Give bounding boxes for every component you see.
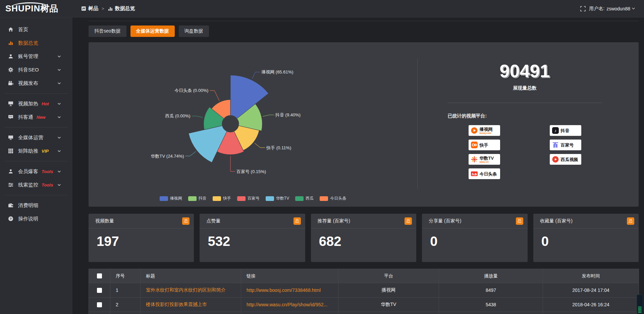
breadcrumb-item-树品[interactable]: 树品 [81, 5, 98, 12]
legend-item-华数TV[interactable]: 华数TV [266, 196, 289, 201]
chevron-down-icon [56, 115, 62, 119]
sidebar-item-badge: Hot [42, 101, 49, 106]
total-impressions-value: 90491 [448, 60, 602, 81]
kuaishou-logo-icon [471, 141, 478, 149]
sidebar-item-操作说明[interactable]: ?操作说明 [0, 212, 72, 225]
legend-label: 华数TV [276, 196, 289, 201]
pie-label-line [263, 115, 274, 117]
legend-item-抖音[interactable]: 抖音 [188, 196, 207, 201]
sidebar-item-抖音SEO[interactable]: 抖音SEO [0, 63, 72, 76]
svg-text:♪: ♪ [554, 128, 556, 133]
table-row: 1室外水纹灯和室内水纹灯的区别和简介http://www.boosj.com/7… [89, 283, 639, 298]
sidebar-item-label: 首页 [18, 27, 28, 33]
sidebar-item-label: 全媒体运营 [18, 135, 43, 141]
page-widget[interactable] [637, 295, 643, 314]
sidebar-item-消费明细[interactable]: 消费明细 [0, 199, 72, 212]
tab-抖音seo数据[interactable]: 抖音seo数据 [89, 25, 126, 37]
stat-card-视频数量: 视频数量总197 [89, 214, 194, 262]
stat-card-value: 0 [422, 228, 527, 249]
legend-swatch [320, 196, 328, 201]
sidebar-item-抖客通[interactable]: 抖客通New [0, 110, 72, 124]
main-content: 抖音seo数据全媒体运营数据询盘数据 播视网 (65.61%)抖音 (9.40%… [72, 17, 644, 314]
sidebar-item-label: 账号管理 [18, 53, 38, 60]
sidebar-item-label: 视频发布 [18, 80, 38, 87]
video-url-link[interactable]: http://www.boosj.com/7338468.html [247, 287, 321, 293]
sidebar-item-账号管理[interactable]: 账号管理 [0, 50, 72, 63]
sidebar-item-首页[interactable]: 首页 [0, 23, 72, 36]
select-all-checkbox[interactable] [97, 273, 102, 278]
stat-card-title: 推荐量 (百家号) [318, 218, 350, 224]
row-checkbox[interactable] [97, 302, 102, 307]
video-title-link[interactable]: 楼体投影灯投影效果震撼上市 [146, 302, 207, 307]
legend-item-百家号[interactable]: 百家号 [237, 196, 260, 201]
sidebar-item-视频加热[interactable]: 视频加热Hot [0, 97, 72, 110]
legend-label: 播视网 [170, 196, 182, 201]
username[interactable]: zswodun88 [606, 6, 630, 11]
cell-num: 2 [110, 298, 141, 312]
legend-label: 今日头条 [330, 196, 346, 201]
sidebar-item-label: 抖客通 [18, 114, 33, 120]
column-header-链接: 链接 [241, 269, 338, 283]
header-checkbox-cell [89, 269, 110, 283]
sidebar-item-数据总览[interactable]: 数据总览 [0, 36, 72, 50]
pie-label: 西瓜 (0.00%) [165, 113, 190, 118]
sidebar-item-label: 数据总览 [18, 40, 38, 46]
cell-time: 2017-08-24 17:04 [543, 283, 639, 298]
cell-empty [89, 312, 110, 314]
tab-询盘数据[interactable]: 询盘数据 [179, 25, 209, 37]
tab-全媒体运营数据[interactable]: 全媒体运营数据 [130, 25, 175, 37]
platform-text: 百家号 [561, 143, 574, 147]
chevron-down-icon [56, 55, 62, 58]
legend-item-快手[interactable]: 快手 [213, 196, 231, 201]
video-title-link[interactable]: 室外水纹灯和室内水纹灯的区别和简介 [146, 287, 226, 293]
legend-item-今日头条[interactable]: 今日头条 [320, 196, 346, 201]
cell-link: http://www.wasu.cn/Play/show/id/952... [241, 298, 338, 312]
platform-wasu: 华数TVwasu.cn [469, 154, 500, 165]
fullscreen-icon[interactable] [580, 6, 586, 11]
widget-bar [638, 311, 642, 311]
wasu-logo-icon [471, 156, 478, 163]
stat-card-value: 0 [533, 228, 639, 249]
chevron-down-icon [56, 68, 62, 72]
heat-icon [7, 101, 14, 106]
pie-label-line [252, 72, 260, 79]
chart-panel: 播视网 (65.61%)抖音 (9.40%)快手 (0.11%)百家号 (0.1… [89, 42, 639, 207]
douyin-logo-icon: ♪ [552, 127, 559, 134]
cell-platform: 华数TV [338, 298, 439, 312]
gear-icon [7, 67, 14, 72]
pie-label-line [192, 116, 203, 117]
stat-card-title: 视频数量 [95, 218, 114, 224]
platform-xigua: 西瓜视频 [550, 154, 581, 165]
platform-text: 西瓜视频 [561, 157, 578, 162]
pie-label: 快手 (0.11%) [266, 145, 291, 150]
row-checkbox[interactable] [97, 288, 102, 293]
stat-card-header: 收藏量 (百家号)总 [533, 214, 639, 228]
sidebar-item-会员爆客[interactable]: 会员爆客Tools [0, 165, 72, 178]
cell-num: 1 [110, 283, 141, 298]
sidebar-divider [5, 161, 68, 161]
cell-empty [439, 312, 543, 314]
grid-icon [7, 148, 14, 154]
breadcrumb-item-数据总览[interactable]: 数据总览 [108, 5, 135, 12]
username-label: 用户名: [589, 6, 604, 12]
monitor-icon [7, 135, 14, 140]
legend-item-西瓜[interactable]: 西瓜 [295, 196, 314, 201]
platforms-title: 已统计的视频平台: [448, 113, 602, 119]
video-url-link[interactable]: http://www.wasu.cn/Play/show/id/952... [247, 302, 327, 307]
table-header-row: 序号标题链接平台播放量发布时间 [89, 269, 639, 283]
stat-card-title: 分享量 (百家号) [429, 218, 461, 224]
boosj-logo-icon [471, 127, 478, 134]
platform-label: 抖音 [561, 128, 570, 133]
legend-label: 抖音 [199, 196, 207, 201]
legend-swatch [160, 196, 168, 201]
sidebar-item-全媒体运营[interactable]: 全媒体运营 [0, 131, 72, 144]
sidebar-item-线索监控[interactable]: 线索监控Tools [0, 178, 72, 192]
legend-item-播视网[interactable]: 播视网 [160, 196, 182, 201]
stat-card-value: 532 [200, 228, 305, 249]
cell-title: 楼体投影灯投影效果震撼上市 [141, 298, 241, 312]
sidebar-item-矩阵助推[interactable]: 矩阵助推VIP [0, 144, 72, 158]
sidebar: 首页数据总览账号管理抖音SEO视频发布视频加热Hot抖客通New全媒体运营矩阵助… [0, 17, 72, 314]
header-user-area: 用户名: zswodun88 [580, 6, 644, 12]
sidebar-item-视频发布[interactable]: 视频发布 [0, 76, 72, 90]
stat-card-value: 197 [89, 228, 194, 249]
